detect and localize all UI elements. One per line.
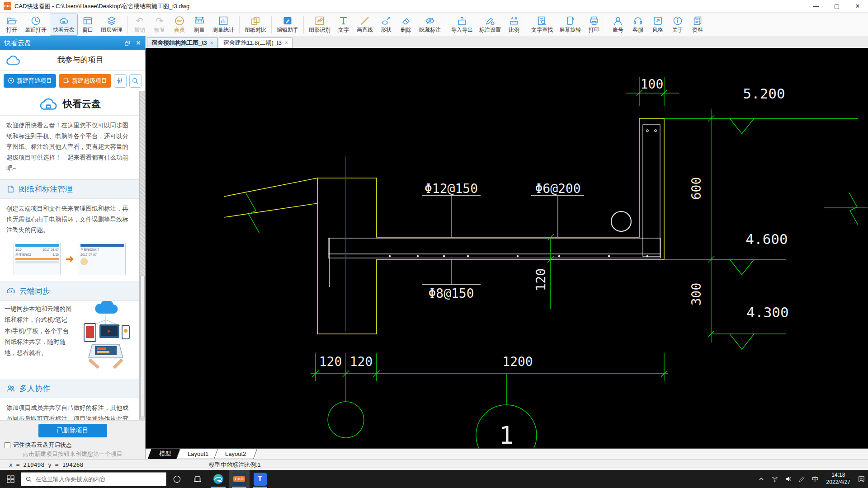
toolbar-item-cloud-drive[interactable]: 快看云盘 (50, 14, 78, 36)
toolbar-item-recent[interactable]: 最近打开 (22, 14, 50, 36)
toolbar-label: 图纸对比 (245, 26, 266, 34)
documents-icon (692, 15, 703, 26)
toolbar-label: 会员 (174, 26, 185, 34)
toolbar-item-vip[interactable]: VIP 会员 (170, 14, 189, 36)
undock-icon[interactable] (124, 40, 130, 46)
start-button[interactable] (0, 470, 21, 488)
taskbar: CAD T 中 14:18 2022/4/27 (0, 470, 868, 488)
tab-close-icon[interactable]: × (210, 40, 213, 46)
toolbar-item-docs[interactable]: 资料 (688, 14, 708, 36)
toolbar-label: 导入导出 (451, 26, 473, 34)
toolbar-label: 测量 (194, 26, 205, 34)
taskbar-search[interactable] (21, 472, 166, 486)
toolbar-item-delete[interactable]: 删除 (396, 14, 416, 36)
toolbar-separator (606, 16, 606, 33)
section-header-collaboration: 多人协作 (0, 379, 139, 398)
toolbar-item-measure[interactable]: 测量 (189, 14, 209, 36)
toolbar-item-support[interactable]: 客服 (628, 14, 648, 36)
scrollbar-thumb[interactable] (140, 276, 145, 417)
toolbar-item-drawing-compare[interactable]: 图纸对比 (241, 14, 269, 36)
t-app-icon: T (254, 473, 267, 486)
bar-chart-icon (218, 15, 229, 26)
eraser-icon (401, 15, 411, 26)
section-header-cloud-sync: 云端同步 (0, 282, 139, 301)
search-projects-button[interactable] (129, 74, 142, 88)
remember-checkbox-label: 记住快看云盘开启状态 (13, 441, 72, 449)
dim-text: 300 (689, 283, 704, 306)
cortana-button[interactable] (166, 470, 187, 488)
toolbar-item-scale[interactable]: A:B 比例 (504, 14, 524, 36)
cad-canvas[interactable]: Φ12@150 Φ6@200 Φ8@150 100 120 120 1200 6… (146, 48, 868, 448)
wifi-icon[interactable] (768, 470, 782, 488)
remember-checkbox[interactable] (5, 442, 10, 448)
doc-tab-architectural[interactable]: 宿舍建施11.8(二期)_t3 × (219, 38, 292, 48)
intro-text: 欢迎使用快看云盘！在这里您不仅可以同步图纸和标注到手机、电脑等各个平台，还可以分… (0, 116, 139, 179)
toolbar-item-redo: ↷ 恢复 (150, 14, 170, 36)
sidebar-scrollbar[interactable] (139, 91, 145, 420)
cloud-intro-scroll-area[interactable]: 快看云盘 欢迎使用快看云盘！在这里您不仅可以同步图纸和标注到手机、电脑等各个平台… (0, 91, 145, 420)
toolbar-item-window[interactable]: 窗口 (78, 14, 98, 36)
toolbar-label: 打开 (6, 26, 17, 34)
sync-button[interactable] (114, 74, 127, 88)
notification-center-icon[interactable] (854, 470, 868, 488)
toolbar-item-about[interactable]: 关于 (668, 14, 688, 36)
doc-tab-structural[interactable]: 宿舍楼结构施工图_t3 × (147, 38, 218, 48)
tab-layout2[interactable]: Layout2 (214, 449, 258, 459)
toolbar-separator (303, 16, 304, 33)
pen-icon[interactable] (795, 470, 809, 488)
toolbar-item-edit-assistant[interactable]: 编辑助手 (274, 14, 302, 36)
rebar-label: Φ12@150 (425, 181, 478, 196)
style-switch-icon (652, 15, 663, 26)
tab-close-icon[interactable]: × (285, 40, 288, 46)
hidden-icons-chevron[interactable] (755, 470, 768, 488)
toolbar-label: 图形识别 (309, 26, 330, 34)
taskbar-clock[interactable]: 14:18 2022/4/27 (822, 472, 854, 486)
taskbar-app-t[interactable]: T (250, 470, 270, 488)
toolbar-label: 形状 (381, 26, 392, 34)
cortana-icon (173, 475, 181, 483)
project-thumbnails: 1/102017-08-07 科技城项目3/10 ➜ 三期项目标注 2017-0… (0, 241, 139, 282)
toolbar-item-shape-recognition[interactable]: 图形识别 (306, 14, 334, 36)
toolbar-item-style[interactable]: 风格 (648, 14, 668, 36)
toolbar-item-import-export[interactable]: 导入导出 (448, 14, 476, 36)
tab-layout1[interactable]: Layout1 (176, 449, 220, 459)
toolbar-item-account[interactable]: 账号 (608, 14, 628, 36)
new-normal-project-button[interactable]: 新建普通项目 (4, 74, 56, 88)
search-icon (132, 77, 139, 84)
close-button[interactable]: ✕ (847, 0, 868, 12)
toolbar-item-open[interactable]: 打开 (2, 14, 22, 36)
toolbar-item-draw-line[interactable]: 画直线 (354, 14, 376, 36)
taskbar-app-cad[interactable]: CAD (229, 470, 250, 488)
panel-close-icon[interactable]: ✕ (136, 39, 141, 47)
volume-icon[interactable] (782, 470, 795, 488)
toolbar-item-layers[interactable]: 图层管理 (98, 14, 126, 36)
search-icon (25, 476, 32, 483)
input-method-indicator[interactable]: 中 (809, 470, 822, 488)
toolbar-label: 文字查找 (531, 26, 553, 34)
taskbar-app-edge[interactable] (208, 470, 229, 488)
toolbar-item-measure-stats[interactable]: 测量统计 (209, 14, 237, 36)
search-input[interactable] (35, 476, 162, 483)
section-text-cloud-sync: 一键同步本地和云端的图纸和标注，台式机/笔记本/手机/平板，各个平台图纸标注共享… (5, 301, 73, 373)
deleted-projects-button[interactable]: 已删除项目 (38, 424, 107, 437)
doc-tab-label: 宿舍楼结构施工图_t3 (151, 39, 207, 47)
new-super-project-button[interactable]: 新建超级项目 (59, 74, 111, 88)
clock-time: 14:18 (826, 472, 850, 479)
cloud-drive-logo-icon (38, 97, 58, 111)
structure-outline (224, 118, 664, 334)
toolbar-item-print[interactable]: 打印 (584, 14, 604, 36)
toolbar-item-text-search[interactable]: 文字查找 (528, 14, 556, 36)
toolbar-item-screen-rotate[interactable]: 屏幕旋转 (556, 14, 584, 36)
restore-button[interactable]: ▢ (826, 0, 847, 12)
minimize-button[interactable]: — (806, 0, 826, 12)
toolbar-item-shape[interactable]: 形状 (376, 14, 396, 36)
dim-text: 120 (350, 354, 373, 369)
shape-tool-icon (381, 15, 392, 26)
cloud-icon (58, 15, 69, 26)
toolbar-item-hide-annotations[interactable]: 隐藏标注 (416, 14, 444, 36)
task-view-button[interactable] (187, 470, 208, 488)
title-bar: CAD CAD快速看图 - C:\Users\Hasee\Desktop\宿舍楼… (0, 0, 868, 13)
toolbar-label: 窗口 (82, 26, 93, 34)
toolbar-item-annotation-settings[interactable]: 标注设置 (476, 14, 504, 36)
toolbar-item-text[interactable]: 文字 (334, 14, 354, 36)
